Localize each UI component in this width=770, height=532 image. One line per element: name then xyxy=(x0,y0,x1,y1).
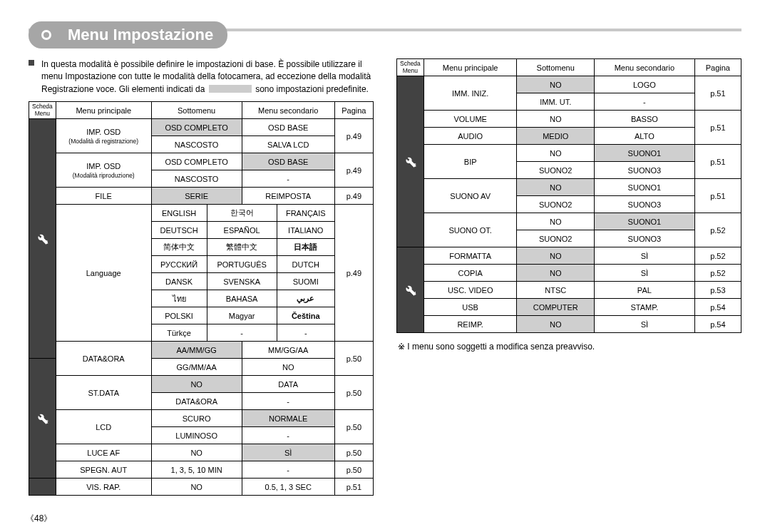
intro-text: In questa modalità è possibile definire … xyxy=(29,58,374,96)
svg-text:2: 2 xyxy=(46,419,48,424)
wrench3-icon: 3 xyxy=(397,76,424,247)
page-title: Menu Impostazione xyxy=(29,21,227,48)
wrench4-icon: 4 xyxy=(397,247,424,333)
page-number: 《48》 xyxy=(26,513,52,525)
hdr-sec: Menu secondario xyxy=(242,102,334,119)
hdr-main: Menu principale xyxy=(56,102,151,119)
settings-table-right: Scheda Menu Menu principale Sottomenu Me… xyxy=(396,58,741,333)
svg-text:4: 4 xyxy=(414,291,416,296)
hdr-sub: Sottomenu xyxy=(151,102,242,119)
wrench2-icon: 2 xyxy=(29,359,56,479)
title-bar: Menu Impostazione xyxy=(29,21,741,48)
wrench1-icon: 1 xyxy=(29,119,56,359)
hdr-tab: Scheda Menu xyxy=(29,102,56,119)
svg-text:3: 3 xyxy=(414,163,416,168)
settings-table-left: Scheda Menu Menu principale Sottomenu Me… xyxy=(29,101,374,496)
hdr-pg: Pagina xyxy=(334,102,373,119)
row-main: IMP. OSD xyxy=(86,128,120,136)
default-highlight-swatch xyxy=(209,85,252,93)
bullet-square-icon xyxy=(29,60,34,66)
svg-text:1: 1 xyxy=(46,240,48,245)
footnote: ※ I menu sono soggetti a modifica senza … xyxy=(396,342,741,352)
